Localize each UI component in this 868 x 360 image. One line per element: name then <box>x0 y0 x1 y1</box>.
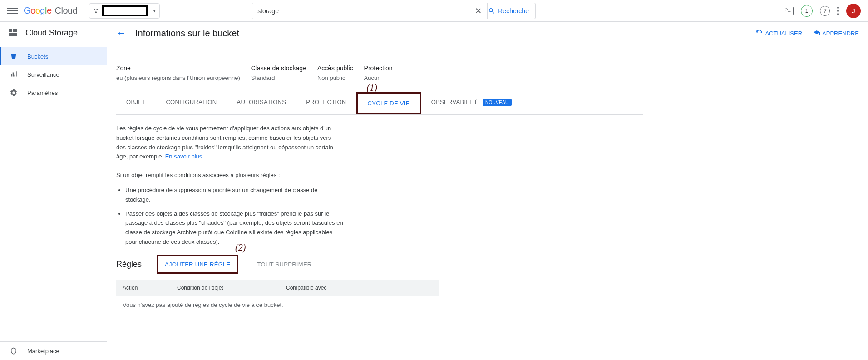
graduation-cap-icon <box>813 30 820 37</box>
refresh-icon <box>756 30 763 37</box>
col-action: Action <box>123 285 177 291</box>
notifications-badge[interactable]: 1 <box>801 5 813 17</box>
search-button-label: Recherche <box>498 7 529 15</box>
sidebar-item-label: Buckets <box>27 53 48 60</box>
priority-rule-1: Une procédure de suppression a priorité … <box>125 186 343 205</box>
protection-value: Aucun <box>364 74 393 81</box>
marketplace-icon <box>9 346 18 355</box>
page-title: Informations sur le bucket <box>135 28 239 39</box>
sidebar-item-settings[interactable]: Paramètres <box>0 84 107 102</box>
rules-empty-message: Vous n'avez pas ajouté de règles de cycl… <box>116 296 439 314</box>
zone-value: eu (plusieurs régions dans l'Union europ… <box>116 74 240 81</box>
tab-cycle-de-vie[interactable]: CYCLE DE VIE <box>356 92 421 114</box>
new-badge: NOUVEAU <box>483 99 512 106</box>
storage-class-label: Classe de stockage <box>251 64 306 72</box>
annotation-1: (1) <box>367 83 377 93</box>
bucket-icon <box>9 52 18 61</box>
protection-label: Protection <box>364 64 393 72</box>
add-rule-button[interactable]: AJOUTER UNE RÈGLE <box>157 255 238 274</box>
multi-rules-intro: Si un objet remplit les conditions assoc… <box>116 171 334 180</box>
learn-more-link[interactable]: En savoir plus <box>165 153 202 160</box>
sidebar-item-label: Paramètres <box>27 89 58 96</box>
delete-all-button[interactable]: TOUT SUPPRIMER <box>252 257 317 271</box>
public-access-value: Non public <box>317 74 353 81</box>
back-arrow-icon[interactable]: ← <box>116 27 126 39</box>
tab-protection[interactable]: PROTECTION <box>296 92 356 114</box>
priority-rule-2: Passer des objets à des classes de stock… <box>125 209 343 247</box>
monitoring-icon <box>9 70 18 79</box>
tab-observabilite[interactable]: OBSERVABILITÉ NOUVEAU <box>421 92 522 114</box>
google-cloud-logo[interactable]: Google Cloud <box>24 5 77 16</box>
project-name-redacted <box>102 5 148 16</box>
tab-autorisations[interactable]: AUTORISATIONS <box>227 92 296 114</box>
svg-rect-3 <box>9 29 12 32</box>
project-selector[interactable]: ▼ <box>89 3 160 19</box>
svg-point-0 <box>94 9 96 10</box>
col-condition: Condition de l'objet <box>177 285 286 291</box>
svg-rect-4 <box>13 29 17 32</box>
cloud-storage-icon <box>7 27 18 38</box>
gear-icon <box>9 88 18 97</box>
refresh-button[interactable]: ACTUALISER <box>756 30 802 37</box>
search-icon <box>488 7 495 15</box>
learn-button[interactable]: APPRENDRE <box>813 30 859 37</box>
help-icon[interactable]: ? <box>820 6 830 16</box>
project-icon <box>92 7 100 15</box>
avatar[interactable]: J <box>846 4 861 18</box>
sidebar-item-label: Surveillance <box>27 71 59 78</box>
hamburger-menu-icon[interactable] <box>7 5 18 16</box>
svg-point-1 <box>97 9 99 10</box>
cloud-shell-icon[interactable] <box>784 7 794 15</box>
sidebar-item-buckets[interactable]: Buckets <box>0 47 107 65</box>
search-button[interactable]: Recherche <box>482 3 536 19</box>
svg-point-2 <box>95 11 97 13</box>
tab-configuration[interactable]: CONFIGURATION <box>156 92 227 114</box>
rules-heading: Règles <box>116 260 142 269</box>
public-access-label: Accès public <box>317 64 353 72</box>
sidebar-item-marketplace[interactable]: Marketplace <box>0 342 107 360</box>
col-compatible: Compatible avec <box>286 285 432 291</box>
lifecycle-description: Les règles de cycle de vie vous permette… <box>116 124 334 162</box>
clear-search-icon[interactable]: ✕ <box>475 6 482 16</box>
more-menu-icon[interactable] <box>837 7 839 15</box>
zone-label: Zone <box>116 64 240 72</box>
chevron-down-icon: ▼ <box>152 8 157 13</box>
svg-rect-5 <box>9 33 17 36</box>
sidebar-item-surveillance[interactable]: Surveillance <box>0 65 107 84</box>
sidebar-item-label: Marketplace <box>27 348 59 355</box>
annotation-2: (2) <box>235 242 246 253</box>
product-title: Cloud Storage <box>25 28 78 38</box>
search-input[interactable] <box>252 3 488 19</box>
tab-objet[interactable]: OBJET <box>116 92 156 114</box>
storage-class-value: Standard <box>251 74 306 81</box>
